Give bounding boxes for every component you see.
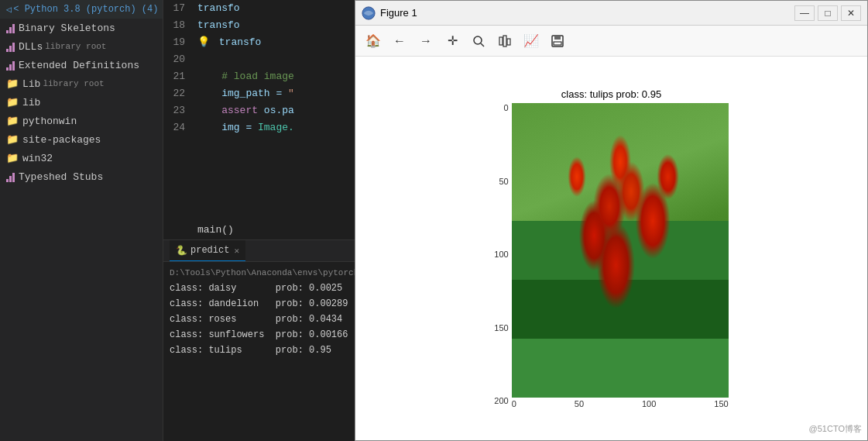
prob-tulips: prob: 0.95 <box>276 345 331 356</box>
svg-line-2 <box>481 43 484 47</box>
maximize-button[interactable]: □ <box>818 5 838 21</box>
folder-icon-pythonwin: 📁 <box>6 115 19 127</box>
sidebar-item-pythonwin[interactable]: 📁 pythonwin <box>0 112 163 130</box>
code-line-17: transfo <box>197 0 355 17</box>
sidebar-item-dlls[interactable]: DLLs library root <box>0 37 163 56</box>
save-icon <box>551 34 564 48</box>
site-packages-label: site-packages <box>22 134 101 146</box>
zoom-icon <box>472 34 485 48</box>
settings-button[interactable] <box>493 30 516 52</box>
code-editor[interactable]: 17 18 19 20 21 22 23 24 transfo transfo … <box>163 0 355 222</box>
svg-rect-4 <box>503 36 506 47</box>
forward-button[interactable]: → <box>414 30 437 52</box>
file-tree-panel: ◁ < Python 3.8 (pytorch) (4) > ▷ Binary … <box>0 0 163 441</box>
lightbulb-icon: 💡 <box>197 36 210 48</box>
y-label-50: 50 <box>494 177 508 186</box>
svg-point-1 <box>474 36 482 44</box>
folder-icon-lib2: 📁 <box>6 96 19 109</box>
tulip-canvas <box>512 103 729 398</box>
code-line-23: assert os.pa <box>197 102 355 119</box>
arrow-left-icon: ◁ <box>6 4 12 16</box>
terminal-path: D:\Tools\Python\Anaconda\envs\pytorch\py… <box>170 265 348 281</box>
code-line-20 <box>197 51 355 68</box>
folder-icon-lib: 📁 <box>6 78 19 90</box>
dlls-label: DLLs <box>19 41 43 53</box>
x-label-100: 100 <box>642 399 656 408</box>
folder-icon-win32: 📁 <box>6 152 19 164</box>
bar-chart-icon-dlls <box>6 41 15 52</box>
lib-label: Lib <box>22 78 40 90</box>
terminal-tab-predict[interactable]: 🐍 predict ✕ <box>170 240 245 261</box>
terminal-panel: 🐍 predict ✕ D:\Tools\Python\Anaconda\env… <box>163 239 355 441</box>
code-line-18: transfo <box>197 17 355 34</box>
output-dandelion: class: dandelion prob: 0.00289 <box>170 296 348 312</box>
binary-skeletons-label: Binary Skeletons <box>19 22 115 34</box>
sidebar-item-typeshed[interactable]: Typeshed Stubs <box>0 167 163 186</box>
prob-dandelion: prob: 0.00289 <box>276 298 348 309</box>
x-label-150: 150 <box>714 399 728 408</box>
x-label-0: 0 <box>512 399 516 408</box>
plot-type-button[interactable]: 📈 <box>520 30 543 52</box>
code-line-21: # load image <box>197 68 355 85</box>
prob-sunflowers: prob: 0.00166 <box>276 329 348 340</box>
svg-rect-5 <box>507 39 510 45</box>
cls-dandelion: class: dandelion <box>170 298 259 309</box>
figure-plot-area: class: tulips prob: 0.95 0 50 100 150 20… <box>355 57 867 440</box>
sidebar-item-site-packages[interactable]: 📁 site-packages <box>0 130 163 149</box>
x-axis: 0 50 100 150 <box>512 399 729 408</box>
output-sunflowers: class: sunflowers prob: 0.00166 <box>170 327 348 343</box>
figure-window-controls: — □ ✕ <box>794 5 861 21</box>
matplotlib-icon <box>362 6 376 20</box>
plot-inner: 0 50 100 150 200 0 50 100 15 <box>494 103 728 408</box>
minimize-button[interactable]: — <box>794 5 815 21</box>
python-version-label: < Python 3.8 (pytorch) (4) > <box>13 4 163 15</box>
sidebar-item-extended-definitions[interactable]: Extended Definitions <box>0 56 163 74</box>
y-label-150: 150 <box>494 323 508 332</box>
back-button[interactable]: ← <box>388 30 411 52</box>
close-button[interactable]: ✕ <box>841 5 861 21</box>
bar-chart-icon <box>6 22 15 33</box>
sidebar-item-lib[interactable]: 📁 Lib library root <box>0 74 163 93</box>
sidebar-item-lib2[interactable]: 📁 lib <box>0 93 163 112</box>
pan-button[interactable]: ✛ <box>441 30 464 52</box>
editor-panel: 17 18 19 20 21 22 23 24 transfo transfo … <box>163 0 355 441</box>
terminal-tab-label: predict <box>190 245 229 256</box>
sidebar-item-binary-skeletons[interactable]: Binary Skeletons <box>0 19 163 37</box>
line-numbers: 17 18 19 20 21 22 23 24 <box>163 0 191 222</box>
y-label-200: 200 <box>494 396 508 405</box>
settings-icon <box>498 34 512 48</box>
output-daisy: class: daisy prob: 0.0025 <box>170 281 348 296</box>
x-label-50: 50 <box>575 399 584 408</box>
plot-container: class: tulips prob: 0.95 0 50 100 150 20… <box>494 88 728 408</box>
main-call-text: main() <box>197 224 234 236</box>
win32-label: win32 <box>22 153 53 164</box>
code-line-19: 💡 transfo <box>197 34 355 51</box>
extended-definitions-label: Extended Definitions <box>19 60 139 71</box>
svg-rect-3 <box>499 37 503 45</box>
code-content[interactable]: transfo transfo 💡 transfo # load image i… <box>191 0 355 222</box>
cls-roses: class: roses <box>170 314 236 325</box>
code-line-24: img = Image. <box>197 119 355 136</box>
save-button[interactable] <box>546 30 569 52</box>
home-button[interactable]: 🏠 <box>362 30 385 52</box>
figure-window: Figure 1 — □ ✕ 🏠 ← → ✛ 📈 <box>355 0 868 441</box>
tab-close-button[interactable]: ✕ <box>234 246 239 256</box>
svg-rect-8 <box>554 42 561 45</box>
zoom-button[interactable] <box>467 30 490 52</box>
tulip-image <box>512 103 729 398</box>
lib-sublabel: library root <box>43 79 104 88</box>
cls-tulips: class: tulips <box>170 345 242 356</box>
python-icon: 🐍 <box>176 245 187 257</box>
bar-chart-icon-typeshed <box>6 171 15 182</box>
code-line-22: img_path = " <box>197 85 355 102</box>
bar-chart-icon-ext <box>6 60 15 71</box>
prob-roses: prob: 0.0434 <box>276 314 342 325</box>
y-axis: 0 50 100 150 200 <box>494 103 508 405</box>
python-header[interactable]: ◁ < Python 3.8 (pytorch) (4) > ▷ <box>0 0 163 19</box>
figure-title-left: Figure 1 <box>362 6 417 20</box>
typeshed-label: Typeshed Stubs <box>19 171 103 183</box>
pythonwin-label: pythonwin <box>22 115 77 127</box>
prob-daisy: prob: 0.0025 <box>276 283 342 294</box>
sidebar-item-win32[interactable]: 📁 win32 <box>0 149 163 167</box>
main-call-line: main() <box>163 222 355 239</box>
